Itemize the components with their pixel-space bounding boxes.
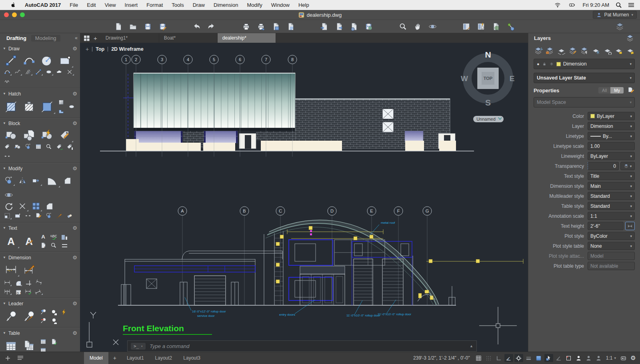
- layer-freeze-state-icon[interactable]: [549, 62, 554, 66]
- align-leaders-icon[interactable]: [49, 308, 58, 316]
- find-text-icon[interactable]: [49, 241, 58, 249]
- text-align-icon[interactable]: [60, 241, 68, 249]
- collapse-arrow-icon[interactable]: ▼: [3, 256, 6, 259]
- block-group-icon[interactable]: [24, 143, 32, 151]
- table-style-dropdown[interactable]: Standard▾: [588, 202, 635, 210]
- insert-block-icon[interactable]: [3, 128, 19, 143]
- viewcube-west[interactable]: W: [461, 74, 468, 83]
- dimension-break-icon[interactable]: [34, 287, 43, 295]
- viewport-name-dropdown[interactable]: Unnamed: [473, 116, 504, 122]
- gear-icon[interactable]: ⚙: [72, 330, 77, 336]
- viewport-view-button[interactable]: Top: [96, 46, 104, 52]
- layer-color-swatch[interactable]: [556, 62, 561, 66]
- arc-tool-icon[interactable]: [21, 53, 37, 68]
- control-center-icon[interactable]: [628, 2, 634, 8]
- layout2-tab[interactable]: Layout2: [150, 352, 178, 364]
- collapse-arrow-icon[interactable]: ▼: [3, 331, 6, 335]
- block-inspect-icon[interactable]: [44, 143, 53, 151]
- gear-icon[interactable]: ⚙: [72, 255, 77, 261]
- batch-plot-icon[interactable]: [256, 21, 266, 32]
- doc-tab-dealership[interactable]: dealership*: [218, 33, 276, 43]
- menu-edit[interactable]: Edit: [82, 2, 100, 8]
- collect-leaders-icon[interactable]: [49, 317, 58, 325]
- filter-my-button[interactable]: My: [610, 87, 624, 93]
- radius-dimension-icon[interactable]: [13, 278, 22, 286]
- tab-overview-icon[interactable]: [84, 35, 90, 41]
- circle-tool-icon[interactable]: [39, 53, 55, 68]
- pan-icon[interactable]: [412, 21, 423, 32]
- single-text-icon[interactable]: [39, 233, 48, 241]
- solid-hatch-icon[interactable]: [39, 99, 55, 114]
- grid-icon[interactable]: [474, 354, 483, 362]
- menu-file[interactable]: File: [65, 2, 82, 8]
- scale-dropdown[interactable]: 1:1▾: [604, 355, 618, 361]
- menu-help[interactable]: Help: [294, 2, 314, 8]
- viewport-menu-button[interactable]: +: [86, 46, 89, 52]
- viewcube-east[interactable]: E: [510, 74, 515, 83]
- attribute-tag-icon[interactable]: [3, 143, 12, 151]
- table-tool-icon[interactable]: [3, 339, 19, 352]
- dimension-tool-icon[interactable]: [3, 262, 19, 277]
- array-tool-icon[interactable]: [30, 201, 42, 212]
- layers-icon[interactable]: [626, 34, 634, 42]
- print-icon[interactable]: [241, 21, 251, 32]
- spline-tool-icon[interactable]: [13, 68, 22, 76]
- copy-tool-icon[interactable]: [3, 175, 15, 186]
- ortho-icon[interactable]: [494, 354, 503, 362]
- polar-tracking-icon[interactable]: [504, 354, 513, 362]
- menu-format[interactable]: Format: [142, 2, 167, 8]
- scale-tool-icon[interactable]: [3, 212, 12, 220]
- rectangle-tool-icon[interactable]: [57, 53, 73, 68]
- lineweight-icon[interactable]: [524, 354, 533, 362]
- layer-lock-state-icon[interactable]: [542, 62, 547, 66]
- model-tab[interactable]: Model: [84, 352, 108, 364]
- text-frame-icon[interactable]: A: [39, 241, 48, 249]
- join-tool-icon[interactable]: [24, 212, 32, 220]
- gradient-hatch-icon[interactable]: [57, 98, 66, 106]
- selection-cycling-icon[interactable]: [544, 354, 553, 362]
- view-cube[interactable]: TOP N W E S: [461, 50, 514, 107]
- gear-icon[interactable]: ⚙: [72, 300, 77, 306]
- text-height-input[interactable]: 2'-6": [588, 222, 624, 230]
- redo-icon[interactable]: [206, 21, 216, 32]
- menu-dimension[interactable]: Dimension: [209, 2, 242, 8]
- hatch-tool-icon[interactable]: [3, 99, 19, 114]
- helix-tool-icon[interactable]: [3, 78, 12, 86]
- block-replace-icon[interactable]: [3, 152, 12, 160]
- edit-polyline-icon[interactable]: [34, 212, 43, 220]
- linetype-scale-input[interactable]: 1.00: [588, 142, 635, 150]
- chamfer-tool-icon[interactable]: [44, 201, 56, 212]
- remove-leader-icon[interactable]: [39, 317, 48, 325]
- layer-dropdown[interactable]: Dimension▾: [588, 122, 635, 130]
- new-file-icon[interactable]: [113, 21, 123, 32]
- gear-icon[interactable]: ⚙: [72, 225, 77, 231]
- multileader-style-icon[interactable]: [21, 309, 37, 324]
- attribute-manager-icon[interactable]: [34, 143, 43, 151]
- dimension-check-icon[interactable]: [24, 287, 32, 295]
- edit-attribute-icon[interactable]: [57, 128, 73, 143]
- command-prompt[interactable]: >_▾: [131, 343, 146, 350]
- transparency-icon[interactable]: [534, 354, 543, 362]
- doc-tab-drawing1[interactable]: Drawing1*: [101, 33, 159, 43]
- new-layout-icon[interactable]: +: [108, 355, 121, 361]
- layer-delete-icon[interactable]: [545, 47, 554, 55]
- gear-icon[interactable]: ⚙: [72, 91, 77, 97]
- collapse-arrow-icon[interactable]: ▼: [3, 121, 6, 125]
- multiline-text-icon[interactable]: [3, 234, 19, 249]
- plot-style-table-dropdown[interactable]: None▾: [588, 242, 635, 250]
- quick-select-icon[interactable]: [476, 21, 486, 32]
- table-cell-text-icon[interactable]: A: [39, 338, 48, 346]
- color-dropdown[interactable]: ByLayer▾: [588, 112, 635, 120]
- block-editor-icon[interactable]: [39, 128, 55, 143]
- text-style-dropdown[interactable]: Title▾: [588, 172, 635, 180]
- reference-manager-icon[interactable]: [505, 21, 516, 32]
- import-icon[interactable]: [319, 21, 329, 32]
- transparency-dropdown[interactable]: ▾: [620, 162, 635, 170]
- workspace-icon[interactable]: [619, 354, 628, 362]
- edit-properties-icon[interactable]: [627, 87, 635, 94]
- viewport-visual-style-button[interactable]: 2D Wireframe: [111, 46, 143, 52]
- menu-view[interactable]: View: [100, 2, 120, 8]
- text-height-pick-icon[interactable]: [625, 222, 635, 230]
- zoom-button[interactable]: [20, 12, 25, 17]
- menu-draw[interactable]: Draw: [188, 2, 209, 8]
